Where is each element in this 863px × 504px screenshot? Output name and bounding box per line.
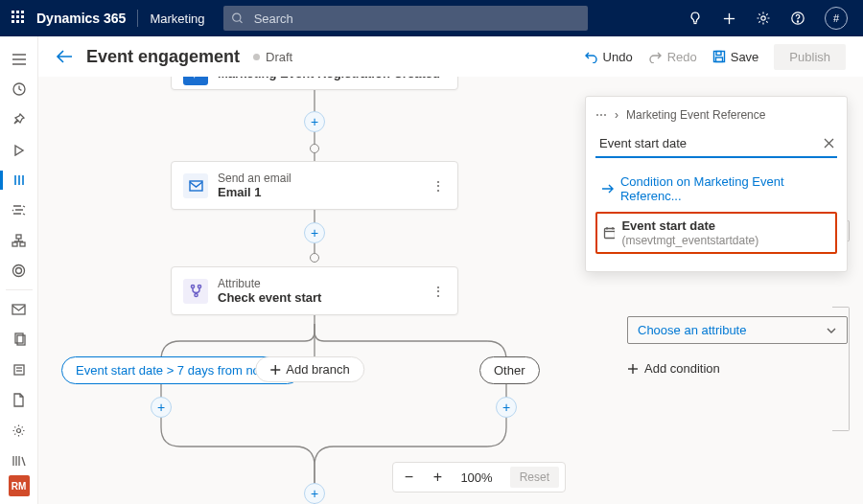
svg-point-7 bbox=[797, 21, 798, 22]
gear-icon[interactable] bbox=[756, 11, 771, 26]
add-node[interactable]: + bbox=[304, 111, 325, 132]
lightning-icon bbox=[183, 77, 208, 85]
picker-search-input[interactable] bbox=[597, 135, 823, 151]
calendar-icon bbox=[603, 226, 615, 240]
svg-rect-23 bbox=[14, 365, 24, 375]
arrow-right-icon bbox=[601, 183, 614, 195]
save-button[interactable]: Save bbox=[712, 50, 759, 64]
status-dot bbox=[253, 54, 260, 60]
sitemap-icon[interactable] bbox=[0, 225, 38, 256]
journey-icon[interactable] bbox=[0, 165, 38, 195]
user-badge[interactable]: RM bbox=[9, 475, 30, 496]
more-icon[interactable]: ⋯ bbox=[595, 108, 607, 122]
redo-label: Redo bbox=[667, 50, 697, 64]
email-sup: Send an email bbox=[218, 172, 292, 185]
undo-button[interactable]: Undo bbox=[584, 50, 633, 64]
clock-icon[interactable] bbox=[0, 75, 38, 105]
attribute-card[interactable]: Attribute Check event start ⋮ bbox=[171, 266, 458, 315]
trigger-label: Marketing Event Registration Created bbox=[218, 77, 440, 80]
svg-rect-15 bbox=[16, 235, 21, 239]
publish-button[interactable]: Publish bbox=[774, 44, 846, 70]
add-condition-button[interactable]: Add condition bbox=[627, 361, 848, 376]
add-branch-label: Add branch bbox=[286, 362, 350, 377]
attribute-panel: Choose an attribute Add condition bbox=[627, 316, 848, 376]
hamburger-icon[interactable] bbox=[0, 44, 38, 75]
more-icon[interactable]: ⋮ bbox=[424, 284, 446, 299]
mail-icon[interactable] bbox=[0, 294, 38, 325]
status-label: Draft bbox=[266, 50, 292, 64]
svg-rect-20 bbox=[12, 305, 25, 314]
redo-button[interactable]: Redo bbox=[648, 50, 697, 64]
email-card[interactable]: Send an email Email 1 ⋮ bbox=[171, 161, 458, 210]
add-node[interactable]: + bbox=[496, 397, 517, 418]
choose-attribute-label: Choose an attribute bbox=[638, 323, 746, 337]
plus-icon bbox=[269, 364, 281, 376]
svg-rect-16 bbox=[12, 242, 17, 246]
connector-node bbox=[310, 253, 319, 263]
command-bar: Event engagement Draft Undo Redo Save Pu… bbox=[38, 36, 863, 77]
connector-node bbox=[310, 144, 319, 153]
copy-icon[interactable] bbox=[0, 325, 38, 355]
add-node[interactable]: + bbox=[304, 483, 325, 504]
play-icon[interactable] bbox=[0, 135, 38, 166]
global-search-input[interactable] bbox=[252, 11, 581, 27]
save-label: Save bbox=[731, 50, 759, 64]
form-icon[interactable] bbox=[0, 355, 38, 385]
zoom-level: 100% bbox=[456, 470, 496, 485]
svg-point-26 bbox=[17, 428, 21, 432]
mail-icon bbox=[183, 173, 208, 198]
picker-breadcrumb[interactable]: ⋯ › Marketing Event Reference bbox=[595, 108, 837, 122]
settings-stack-icon[interactable] bbox=[0, 195, 38, 226]
trigger-card[interactable]: Marketing Event Registration Created bbox=[171, 77, 458, 90]
plus-icon[interactable] bbox=[722, 11, 736, 26]
help-icon[interactable] bbox=[790, 11, 805, 26]
more-icon[interactable]: ⋮ bbox=[424, 178, 446, 194]
add-branch-button[interactable]: Add branch bbox=[255, 356, 364, 382]
picker-hit-tech: (msevtmgt_eventstartdate) bbox=[621, 234, 758, 247]
picker-search[interactable] bbox=[595, 131, 837, 158]
back-button[interactable] bbox=[56, 49, 73, 64]
add-node[interactable]: + bbox=[304, 222, 325, 243]
svg-point-0 bbox=[233, 13, 241, 21]
choose-attribute-select[interactable]: Choose an attribute bbox=[627, 316, 848, 344]
branch-other-pill[interactable]: Other bbox=[479, 356, 540, 384]
branch-icon bbox=[183, 279, 208, 304]
app-launcher-icon[interactable] bbox=[12, 11, 27, 26]
svg-point-19 bbox=[16, 267, 22, 273]
picker-result-hit[interactable]: Event start date (msevtmgt_eventstartdat… bbox=[595, 212, 837, 254]
picker-link-text: Condition on Marketing Event Referenc... bbox=[620, 174, 831, 203]
email-main: Email 1 bbox=[218, 185, 292, 199]
lightbulb-icon[interactable] bbox=[688, 11, 703, 26]
svg-line-30 bbox=[22, 457, 25, 466]
attr-sup: Attribute bbox=[218, 277, 321, 290]
svg-rect-33 bbox=[715, 57, 722, 62]
plus-icon bbox=[627, 363, 639, 375]
global-search[interactable] bbox=[223, 6, 588, 31]
picker-related-link[interactable]: Condition on Marketing Event Referenc... bbox=[595, 170, 837, 208]
svg-rect-40 bbox=[190, 181, 202, 191]
target-icon[interactable] bbox=[0, 256, 38, 286]
add-condition-label: Add condition bbox=[644, 361, 720, 376]
library-icon[interactable] bbox=[0, 446, 38, 476]
clear-icon[interactable] bbox=[823, 137, 835, 149]
svg-line-1 bbox=[241, 20, 243, 22]
svg-rect-17 bbox=[20, 242, 25, 246]
add-node[interactable]: + bbox=[151, 397, 172, 418]
chevron-right-icon: › bbox=[615, 108, 618, 122]
chevron-down-icon bbox=[826, 326, 837, 335]
gear-icon[interactable] bbox=[0, 415, 38, 446]
user-avatar[interactable]: # bbox=[825, 7, 848, 30]
breadcrumb-current: Marketing Event Reference bbox=[626, 108, 765, 122]
product-brand: Dynamics 365 bbox=[36, 11, 126, 26]
page-title: Event engagement bbox=[86, 47, 240, 67]
zoom-in-button[interactable]: + bbox=[428, 469, 447, 486]
page-icon[interactable] bbox=[0, 385, 38, 416]
zoom-reset-button[interactable]: Reset bbox=[510, 467, 559, 488]
svg-rect-50 bbox=[605, 229, 616, 239]
pin-icon[interactable] bbox=[0, 104, 38, 135]
svg-point-42 bbox=[198, 285, 200, 287]
svg-rect-32 bbox=[716, 52, 721, 56]
zoom-out-button[interactable]: − bbox=[399, 469, 418, 486]
app-area[interactable]: Marketing bbox=[150, 11, 204, 26]
svg-point-43 bbox=[194, 293, 197, 296]
